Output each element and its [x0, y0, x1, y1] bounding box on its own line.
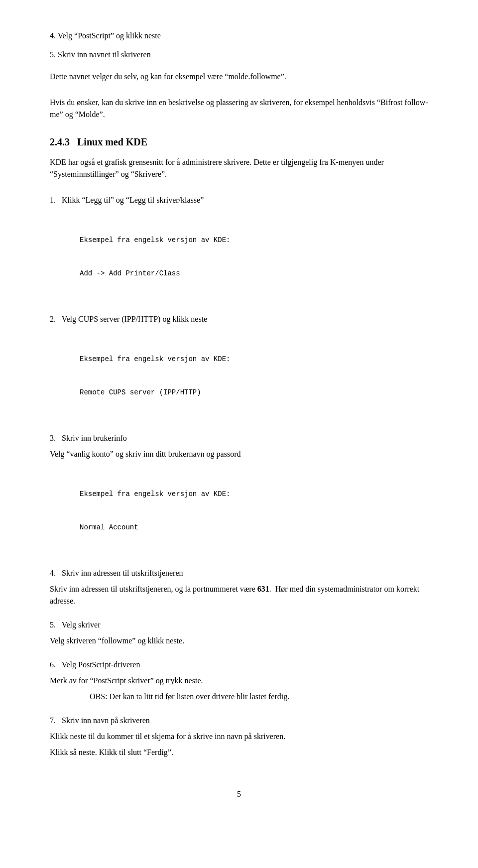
- list-item-1-code-block: Eksempel fra engelsk versjon av KDE: Add…: [80, 212, 428, 301]
- list-item-1-code-label: Eksempel fra engelsk versjon av KDE:: [80, 235, 428, 246]
- section-heading-block: 2.4.3 Linux med KDE KDE har også et graf…: [50, 134, 428, 180]
- section-title: Linux med KDE: [77, 136, 147, 147]
- intro-block-2: Hvis du ønsker, kan du skrive inn en bes…: [50, 97, 428, 121]
- list-item-3: 3. Skriv inn brukerinfo Velg “vanlig kon…: [50, 432, 428, 555]
- list-item-3-code-block: Eksempel fra engelsk versjon av KDE: Nor…: [80, 466, 428, 555]
- list-item-7-header: 7. Skriv inn navn på skriveren: [50, 715, 428, 727]
- page-number: 5: [50, 788, 428, 800]
- list-item-4-body1: Skriv inn adressen til utskriftstjeneren…: [50, 583, 428, 607]
- list-item-4-number: 4.: [50, 569, 56, 577]
- list-item-6-body: Merk av for “PostScript skriver” og tryk…: [50, 675, 428, 687]
- list-item-7-label: Skriv inn navn på skriveren: [62, 716, 150, 725]
- list-item-3-body: Velg “vanlig konto” og skriv inn ditt br…: [50, 448, 428, 460]
- list-item-1: 1. Klikk “Legg til” og “Legg til skriver…: [50, 194, 428, 301]
- list-item-2-header: 2. Velg CUPS server (IPP/HTTP) og klikk …: [50, 313, 428, 325]
- list-item-6: 6. Velg PostScript-driveren Merk av for …: [50, 659, 428, 703]
- section-number: 2.4.3: [50, 136, 70, 147]
- list-item-5: 5. Velg skriver Velg skriveren “followme…: [50, 619, 428, 647]
- top-item-4-label: Velg “PostScript” og klikk neste: [58, 31, 161, 40]
- section-heading: 2.4.3 Linux med KDE: [50, 134, 428, 149]
- list-item-4-header: 4. Skriv inn adressen til utskriftstjene…: [50, 567, 428, 579]
- list-item-4-body1-text: Skriv inn adressen til utskriftstjeneren…: [50, 585, 257, 593]
- list-item-6-header: 6. Velg PostScript-driveren: [50, 659, 428, 671]
- list-item-5-header: 5. Velg skriver: [50, 619, 428, 631]
- list-item-4: 4. Skriv inn adressen til utskriftstjene…: [50, 567, 428, 607]
- list-item-2-number: 2.: [50, 315, 56, 323]
- list-item-4-body1-end: .: [269, 585, 271, 593]
- list-item-5-number: 5.: [50, 620, 56, 629]
- list-item-7-number: 7.: [50, 716, 56, 725]
- section-intro-1: KDE har også et grafisk grensesnitt for …: [50, 156, 428, 180]
- list-item-3-code: Normal Account: [80, 522, 428, 533]
- list-item-4-label: Skriv inn adressen til utskriftstjeneren: [62, 569, 183, 577]
- list-item-1-label: Klikk “Legg til” og “Legg til skriver/kl…: [62, 196, 204, 204]
- list-item-3-label: Skriv inn brukerinfo: [62, 434, 127, 442]
- list-item-1-number: 1.: [50, 196, 56, 204]
- list-item-6-obs: OBS: Det kan ta litt tid før listen over…: [90, 691, 428, 703]
- list-item-1-code: Add -> Add Printer/Class: [80, 268, 428, 279]
- list-item-5-body: Velg skriveren “followme” og klikk neste…: [50, 635, 428, 647]
- list-item-2: 2. Velg CUPS server (IPP/HTTP) og klikk …: [50, 313, 428, 420]
- top-item-5-number: 5.: [50, 50, 56, 59]
- list-item-2-code-block: Eksempel fra engelsk versjon av KDE: Rem…: [80, 331, 428, 420]
- list-item-4-body1-bold: 631: [257, 585, 269, 593]
- main-list: 1. Klikk “Legg til” og “Legg til skriver…: [50, 194, 428, 758]
- top-items: 4. Velg “PostScript” og klikk neste 5. S…: [50, 30, 428, 61]
- list-item-5-label: Velg skriver: [62, 620, 101, 629]
- top-item-4-text: 4.: [50, 31, 56, 40]
- intro-block: Dette navnet velger du selv, og kan for …: [50, 71, 428, 83]
- list-item-7: 7. Skriv inn navn på skriveren Klikk nes…: [50, 715, 428, 758]
- list-item-2-label: Velg CUPS server (IPP/HTTP) og klikk nes…: [62, 315, 207, 323]
- page-content: 4. Velg “PostScript” og klikk neste 5. S…: [50, 30, 428, 800]
- section-intro-1-text: KDE har også et grafisk grensesnitt for …: [50, 158, 251, 166]
- list-item-3-code-label: Eksempel fra engelsk versjon av KDE:: [80, 489, 428, 499]
- list-item-3-number: 3.: [50, 434, 56, 442]
- top-item-5: 5. Skriv inn navnet til skriveren: [50, 49, 428, 61]
- list-item-3-header: 3. Skriv inn brukerinfo: [50, 432, 428, 444]
- intro-para-1: Dette navnet velger du selv, og kan for …: [50, 71, 428, 83]
- intro-para-2: Hvis du ønsker, kan du skrive inn en bes…: [50, 97, 428, 121]
- list-item-1-header: 1. Klikk “Legg til” og “Legg til skriver…: [50, 194, 428, 206]
- list-item-2-code: Remote CUPS server (IPP/HTTP): [80, 387, 428, 398]
- list-item-6-label: Velg PostScript-driveren: [62, 660, 140, 669]
- top-item-4: 4. Velg “PostScript” og klikk neste: [50, 30, 428, 42]
- list-item-2-code-label: Eksempel fra engelsk versjon av KDE:: [80, 354, 428, 365]
- list-item-6-number: 6.: [50, 660, 56, 669]
- list-item-7-body1: Klikk neste til du kommer til et skjema …: [50, 731, 428, 743]
- top-item-5-label: Skriv inn navnet til skriveren: [58, 50, 151, 59]
- list-item-7-body2: Klikk så neste. Klikk til slutt “Ferdig”…: [50, 746, 428, 758]
